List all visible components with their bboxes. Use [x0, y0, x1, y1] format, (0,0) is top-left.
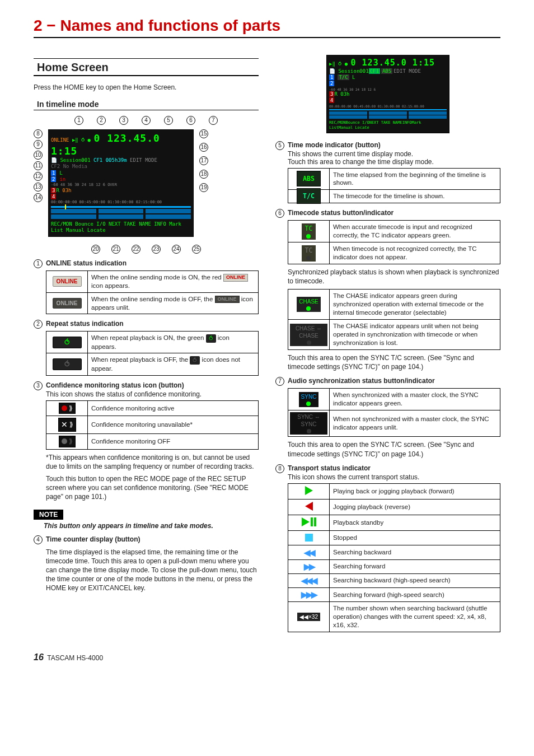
item2-table: ⥀ When repeat playback is ON, the green … — [46, 331, 259, 375]
online-off-icon: ONLINE — [53, 298, 82, 309]
conf-off-icon: ⟫ — [59, 436, 76, 447]
note-label: NOTE — [34, 510, 63, 520]
note-text: This button only appears in timeline and… — [44, 522, 259, 530]
callout-13: 13 — [34, 183, 43, 192]
chase-on-icon: CHASE — [297, 297, 320, 312]
item5-num: 5 — [275, 141, 284, 150]
model-name: TASCAM HS-4000 — [47, 654, 103, 662]
item3-foot1: *This appears when confidence monitoring… — [46, 453, 259, 471]
item2-title: Repeat status indication — [46, 320, 124, 328]
item8-table: Playing back or jogging playback (forwar… — [288, 483, 500, 632]
item5-title: Time mode indicator (button) — [288, 141, 381, 149]
sync-off-icon: SYNC ↔ SYNC — [290, 412, 327, 435]
callout-18: 18 — [199, 170, 208, 179]
repeat-on-icon: ⥀ — [53, 337, 82, 348]
section-heading: Home Screen — [34, 58, 259, 76]
item5-body2: Touch this area to change the time displ… — [288, 158, 500, 166]
item3-sub: This icon shows the status of confidence… — [46, 390, 259, 398]
callout-12: 12 — [34, 172, 43, 181]
callout-4: 4 — [142, 116, 151, 125]
item3-table: ⟫Confidence monitoring active ✕⟫Confiden… — [46, 400, 259, 450]
item6-mid: Synchronized playback status is shown wh… — [288, 268, 500, 286]
callout-10: 10 — [34, 151, 43, 160]
item1-table: ONLINE When the online sending mode is O… — [46, 270, 259, 315]
conf-active-icon: ⟫ — [59, 403, 76, 414]
chapter-title: 2 − Names and functions of parts — [34, 17, 500, 38]
callout-19: 19 — [199, 183, 208, 192]
forward-hs-icon: ▶▶▶ — [295, 590, 323, 600]
item7-table: SYNCWhen synchronized with a master cloc… — [288, 388, 500, 437]
rewind-hs-icon: ◀◀◀ — [295, 576, 323, 586]
callout-16: 16 — [199, 143, 208, 152]
item3-title: Confidence monitoring status icon (butto… — [46, 381, 184, 389]
rewind-icon: ◀◀ — [295, 547, 323, 557]
callout-23: 23 — [152, 245, 161, 254]
diagram-screen: ONLINE ▶‖ ⥀ ● 0 123.45.0 1:15 📄 Session0… — [48, 129, 194, 237]
callout-14: 14 — [34, 193, 43, 202]
item4-body: The time displayed is the elapsed time, … — [46, 548, 259, 593]
callout-15: 15 — [199, 129, 208, 138]
intro-text: Press the HOME key to open the Home Scre… — [34, 83, 259, 92]
item1-num: 1 — [34, 259, 43, 268]
page-number: 16 — [34, 652, 44, 662]
timeline-diagram: 1 2 3 4 5 6 7 8 9 10 11 12 13 14 — [34, 116, 259, 254]
item8-sub: This icon shows the current transport st… — [288, 473, 500, 481]
item5-table: ABSThe time elapsed from the beginning o… — [288, 168, 500, 204]
right-diagram: ▶‖ ⥀ ● 0 123.45.0 1:15 📄 Session001CF1AB… — [326, 55, 449, 133]
item2-num: 2 — [34, 320, 43, 329]
forward-icon: ▶▶ — [295, 562, 323, 572]
callout-1: 1 — [74, 116, 83, 125]
item8-num: 8 — [275, 464, 284, 473]
callout-3: 3 — [119, 116, 128, 125]
item1-title: ONLINE status indication — [46, 259, 127, 267]
item7-num: 7 — [275, 377, 284, 386]
item3-num: 3 — [34, 381, 43, 390]
callout-8: 8 — [34, 129, 43, 138]
callout-6: 6 — [186, 116, 195, 125]
item6-foot: Touch this area to open the SYNC T/C scr… — [288, 353, 500, 371]
item7-foot: Touch this area to open the SYNC T/C scr… — [288, 440, 500, 458]
play-pause-icon — [295, 517, 323, 527]
item6-num: 6 — [275, 209, 284, 218]
right-column: ▶‖ ⥀ ● 0 123.45.0 1:15 📄 Session001CF1AB… — [275, 55, 500, 636]
callout-20: 20 — [91, 245, 100, 254]
stop-icon — [295, 533, 323, 543]
callout-7: 7 — [209, 116, 218, 125]
chase-off-icon: CHASE ↔ CHASE — [290, 324, 327, 346]
callout-25: 25 — [192, 245, 201, 254]
item7-title: Audio synchronization status button/indi… — [288, 377, 435, 385]
item6-table: TCWhen accurate timecode is input and re… — [288, 220, 500, 264]
tc-ind-off-icon: TC — [302, 245, 316, 262]
item6-title: Timecode status button/indicator — [288, 209, 394, 217]
callout-22: 22 — [132, 245, 140, 254]
page-footer: 16 TASCAM HS-4000 — [34, 652, 500, 662]
play-reverse-icon — [295, 501, 323, 511]
callout-24: 24 — [172, 245, 181, 254]
item3-foot2: Touch this button to open the REC MODE p… — [46, 474, 259, 502]
sub-heading: In timeline mode — [34, 99, 259, 110]
item8-title: Transport status indicator — [288, 464, 371, 472]
callout-2: 2 — [97, 116, 106, 125]
tc-icon: T/C — [297, 188, 321, 204]
online-on-icon: ONLINE — [53, 276, 82, 287]
abs-icon: ABS — [297, 171, 321, 186]
conf-unavail-icon: ✕⟫ — [58, 418, 76, 431]
left-column: Home Screen Press the HOME key to open t… — [34, 55, 259, 636]
play-icon — [295, 486, 323, 496]
callout-5: 5 — [164, 116, 173, 125]
repeat-off-icon: ⥀ — [53, 358, 82, 370]
item4-title: Time counter display (button) — [46, 535, 140, 543]
tc-ind-on-icon: TC — [302, 223, 316, 240]
shuttle-icon: ◀◀×32 — [297, 613, 320, 621]
callout-21: 21 — [111, 245, 120, 254]
item4-num: 4 — [34, 535, 43, 544]
sync-on-icon: SYNC — [299, 392, 319, 407]
item6-table2: CHASEThe CHASE indicator appears green d… — [288, 289, 500, 350]
callout-9: 9 — [34, 140, 43, 149]
callout-17: 17 — [199, 156, 208, 165]
callout-11: 11 — [34, 161, 43, 170]
item5-body: This shows the current time display mode… — [288, 150, 500, 158]
